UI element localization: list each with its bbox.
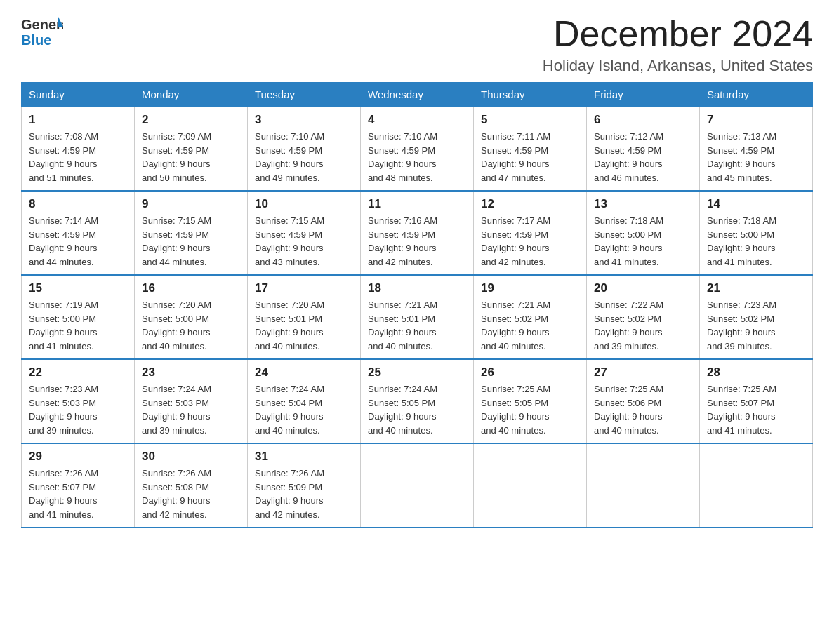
calendar-week-row: 22 Sunrise: 7:23 AM Sunset: 5:03 PM Dayl…	[22, 359, 813, 443]
day-number: 7	[707, 113, 805, 127]
day-info: Sunrise: 7:26 AM Sunset: 5:07 PM Dayligh…	[29, 467, 127, 521]
logo: General Blue	[21, 14, 63, 53]
calendar-cell: 23 Sunrise: 7:24 AM Sunset: 5:03 PM Dayl…	[135, 359, 248, 443]
day-number: 19	[481, 281, 579, 295]
day-info: Sunrise: 7:25 AM Sunset: 5:05 PM Dayligh…	[481, 382, 579, 437]
calendar-cell: 11 Sunrise: 7:16 AM Sunset: 4:59 PM Dayl…	[361, 191, 474, 275]
calendar-cell: 14 Sunrise: 7:18 AM Sunset: 5:00 PM Dayl…	[700, 191, 813, 275]
day-info: Sunrise: 7:25 AM Sunset: 5:06 PM Dayligh…	[594, 382, 692, 437]
day-header-sunday: Sunday	[22, 83, 135, 107]
day-info: Sunrise: 7:21 AM Sunset: 5:02 PM Dayligh…	[481, 298, 579, 353]
day-number: 23	[142, 365, 240, 380]
calendar-cell: 13 Sunrise: 7:18 AM Sunset: 5:00 PM Dayl…	[587, 191, 700, 275]
day-number: 12	[481, 197, 579, 211]
day-number: 31	[255, 450, 353, 464]
day-header-monday: Monday	[135, 83, 248, 107]
day-number: 29	[29, 450, 127, 464]
calendar-cell: 16 Sunrise: 7:20 AM Sunset: 5:00 PM Dayl…	[135, 275, 248, 359]
day-info: Sunrise: 7:12 AM Sunset: 4:59 PM Dayligh…	[594, 130, 692, 185]
calendar-cell: 9 Sunrise: 7:15 AM Sunset: 4:59 PM Dayli…	[135, 191, 248, 275]
day-number: 1	[29, 113, 127, 127]
calendar-week-row: 29 Sunrise: 7:26 AM Sunset: 5:07 PM Dayl…	[22, 443, 813, 528]
calendar-cell	[474, 443, 587, 528]
day-number: 30	[142, 450, 240, 464]
calendar-cell: 21 Sunrise: 7:23 AM Sunset: 5:02 PM Dayl…	[700, 275, 813, 359]
calendar-cell: 4 Sunrise: 7:10 AM Sunset: 4:59 PM Dayli…	[361, 107, 474, 191]
calendar-cell: 15 Sunrise: 7:19 AM Sunset: 5:00 PM Dayl…	[22, 275, 135, 359]
day-number: 13	[594, 197, 692, 211]
calendar-cell: 8 Sunrise: 7:14 AM Sunset: 4:59 PM Dayli…	[22, 191, 135, 275]
calendar-cell: 18 Sunrise: 7:21 AM Sunset: 5:01 PM Dayl…	[361, 275, 474, 359]
day-info: Sunrise: 7:08 AM Sunset: 4:59 PM Dayligh…	[29, 130, 127, 185]
day-number: 22	[29, 365, 127, 380]
day-info: Sunrise: 7:14 AM Sunset: 4:59 PM Dayligh…	[29, 214, 127, 269]
day-number: 8	[29, 197, 127, 211]
calendar-cell: 19 Sunrise: 7:21 AM Sunset: 5:02 PM Dayl…	[474, 275, 587, 359]
calendar-cell: 12 Sunrise: 7:17 AM Sunset: 4:59 PM Dayl…	[474, 191, 587, 275]
day-info: Sunrise: 7:18 AM Sunset: 5:00 PM Dayligh…	[707, 214, 805, 269]
calendar-table: SundayMondayTuesdayWednesdayThursdayFrid…	[21, 82, 813, 528]
day-number: 2	[142, 113, 240, 127]
calendar-cell: 31 Sunrise: 7:26 AM Sunset: 5:09 PM Dayl…	[248, 443, 361, 528]
calendar-cell: 27 Sunrise: 7:25 AM Sunset: 5:06 PM Dayl…	[587, 359, 700, 443]
calendar-cell	[587, 443, 700, 528]
calendar-cell: 29 Sunrise: 7:26 AM Sunset: 5:07 PM Dayl…	[22, 443, 135, 528]
calendar-cell: 20 Sunrise: 7:22 AM Sunset: 5:02 PM Dayl…	[587, 275, 700, 359]
day-header-saturday: Saturday	[700, 83, 813, 107]
day-number: 24	[255, 365, 353, 380]
day-info: Sunrise: 7:25 AM Sunset: 5:07 PM Dayligh…	[707, 382, 805, 437]
calendar-week-row: 15 Sunrise: 7:19 AM Sunset: 5:00 PM Dayl…	[22, 275, 813, 359]
day-info: Sunrise: 7:10 AM Sunset: 4:59 PM Dayligh…	[255, 130, 353, 185]
calendar-cell: 28 Sunrise: 7:25 AM Sunset: 5:07 PM Dayl…	[700, 359, 813, 443]
header-right: December 2024 Holiday Island, Arkansas, …	[543, 14, 813, 75]
calendar-cell: 17 Sunrise: 7:20 AM Sunset: 5:01 PM Dayl…	[248, 275, 361, 359]
day-number: 10	[255, 197, 353, 211]
calendar-cell: 22 Sunrise: 7:23 AM Sunset: 5:03 PM Dayl…	[22, 359, 135, 443]
day-number: 3	[255, 113, 353, 127]
day-number: 15	[29, 281, 127, 295]
day-info: Sunrise: 7:22 AM Sunset: 5:02 PM Dayligh…	[594, 298, 692, 353]
logo-icon: General Blue	[21, 14, 63, 53]
day-header-thursday: Thursday	[474, 83, 587, 107]
day-info: Sunrise: 7:19 AM Sunset: 5:00 PM Dayligh…	[29, 298, 127, 353]
calendar-cell: 1 Sunrise: 7:08 AM Sunset: 4:59 PM Dayli…	[22, 107, 135, 191]
calendar-cell: 6 Sunrise: 7:12 AM Sunset: 4:59 PM Dayli…	[587, 107, 700, 191]
calendar-cell	[700, 443, 813, 528]
calendar-week-row: 8 Sunrise: 7:14 AM Sunset: 4:59 PM Dayli…	[22, 191, 813, 275]
day-header-friday: Friday	[587, 83, 700, 107]
calendar-cell	[361, 443, 474, 528]
calendar-cell: 10 Sunrise: 7:15 AM Sunset: 4:59 PM Dayl…	[248, 191, 361, 275]
day-info: Sunrise: 7:21 AM Sunset: 5:01 PM Dayligh…	[368, 298, 466, 353]
day-number: 6	[594, 113, 692, 127]
day-info: Sunrise: 7:24 AM Sunset: 5:05 PM Dayligh…	[368, 382, 466, 437]
calendar-header-row: SundayMondayTuesdayWednesdayThursdayFrid…	[22, 83, 813, 107]
day-info: Sunrise: 7:23 AM Sunset: 5:03 PM Dayligh…	[29, 382, 127, 437]
day-info: Sunrise: 7:26 AM Sunset: 5:09 PM Dayligh…	[255, 467, 353, 521]
day-number: 26	[481, 365, 579, 380]
day-info: Sunrise: 7:17 AM Sunset: 4:59 PM Dayligh…	[481, 214, 579, 269]
calendar-cell: 3 Sunrise: 7:10 AM Sunset: 4:59 PM Dayli…	[248, 107, 361, 191]
calendar-cell: 5 Sunrise: 7:11 AM Sunset: 4:59 PM Dayli…	[474, 107, 587, 191]
calendar-cell: 2 Sunrise: 7:09 AM Sunset: 4:59 PM Dayli…	[135, 107, 248, 191]
day-info: Sunrise: 7:15 AM Sunset: 4:59 PM Dayligh…	[142, 214, 240, 269]
day-number: 20	[594, 281, 692, 295]
day-number: 11	[368, 197, 466, 211]
day-number: 27	[594, 365, 692, 380]
calendar-cell: 25 Sunrise: 7:24 AM Sunset: 5:05 PM Dayl…	[361, 359, 474, 443]
day-number: 18	[368, 281, 466, 295]
day-number: 9	[142, 197, 240, 211]
month-title: December 2024	[543, 14, 813, 54]
calendar-cell: 30 Sunrise: 7:26 AM Sunset: 5:08 PM Dayl…	[135, 443, 248, 528]
svg-text:General: General	[21, 17, 63, 32]
day-number: 17	[255, 281, 353, 295]
day-info: Sunrise: 7:26 AM Sunset: 5:08 PM Dayligh…	[142, 467, 240, 521]
day-number: 25	[368, 365, 466, 380]
day-number: 4	[368, 113, 466, 127]
calendar-cell: 24 Sunrise: 7:24 AM Sunset: 5:04 PM Dayl…	[248, 359, 361, 443]
day-info: Sunrise: 7:20 AM Sunset: 5:00 PM Dayligh…	[142, 298, 240, 353]
day-info: Sunrise: 7:13 AM Sunset: 4:59 PM Dayligh…	[707, 130, 805, 185]
page-header: General Blue December 2024 Holiday Islan…	[21, 14, 813, 75]
calendar-cell: 26 Sunrise: 7:25 AM Sunset: 5:05 PM Dayl…	[474, 359, 587, 443]
day-header-wednesday: Wednesday	[361, 83, 474, 107]
day-number: 16	[142, 281, 240, 295]
